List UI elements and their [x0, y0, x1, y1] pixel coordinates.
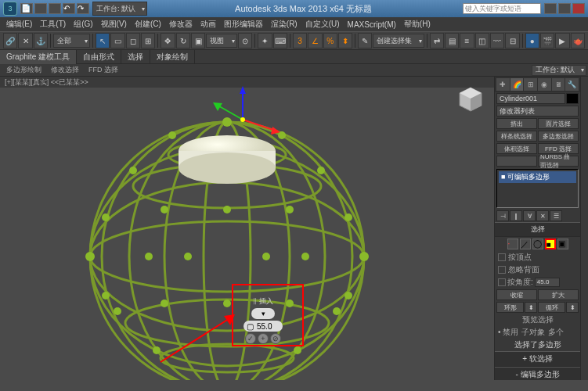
- menu-help[interactable]: 帮助(H): [401, 18, 434, 30]
- subrib-workspace[interactable]: 工作台: 默认: [532, 65, 586, 76]
- btn-extrude[interactable]: 挤出: [496, 118, 537, 129]
- btn-polysel[interactable]: 多边形选择: [538, 131, 579, 142]
- menu-grapheditors[interactable]: 图形编辑器: [221, 18, 266, 30]
- tb-window-icon[interactable]: ⊞: [141, 33, 155, 48]
- btn-splinesel[interactable]: 样条线选择: [496, 131, 537, 142]
- tb-matedit-icon[interactable]: ●: [525, 33, 539, 48]
- tb-renderframe-icon[interactable]: ▶: [555, 33, 569, 48]
- tb-ribbon-icon[interactable]: ◫: [475, 33, 489, 48]
- ribbon-tab-paint[interactable]: 对象绘制: [150, 50, 195, 64]
- stack-item-editpoly[interactable]: ■ 可编辑多边形: [499, 171, 576, 183]
- help-search-input[interactable]: 键入关键字或短语: [463, 3, 541, 14]
- chk-byvertex[interactable]: [498, 253, 506, 261]
- caddy-mode-field[interactable]: ▾: [251, 308, 275, 319]
- tb-align-icon[interactable]: ▤: [445, 33, 459, 48]
- tb-open-icon[interactable]: [34, 3, 47, 14]
- minimize-icon[interactable]: [544, 3, 557, 14]
- menu-modifiers[interactable]: 修改器: [166, 18, 196, 30]
- cmdtab-utilities-icon[interactable]: 🔧: [565, 78, 579, 91]
- modifier-list-combo[interactable]: 修改器列表: [496, 106, 579, 117]
- tb-schematic-icon[interactable]: ⊟: [505, 33, 519, 48]
- tb-selectlink-icon[interactable]: 🔗: [3, 33, 17, 48]
- cmdtab-display-icon[interactable]: 🖥: [552, 78, 565, 91]
- btn-nurbssel[interactable]: NURBS 曲面选择: [538, 156, 579, 167]
- menu-maxscript[interactable]: MAXScript(M): [345, 20, 399, 30]
- caddy-cancel-icon[interactable]: ⊘: [270, 333, 281, 344]
- tb-anglesnap-icon[interactable]: ∠: [308, 33, 322, 48]
- filter-combo[interactable]: 全部: [53, 34, 90, 48]
- stack-pin-icon[interactable]: ⊣: [496, 210, 509, 221]
- menu-animation[interactable]: 动画: [197, 18, 219, 30]
- tb-rendersetup-icon[interactable]: 🎬: [540, 33, 554, 48]
- tb-save-icon[interactable]: [49, 3, 61, 14]
- ribbon-tab-freeform[interactable]: 自由形式: [77, 50, 121, 64]
- viewport[interactable]: [+][某某][真实] <<已某某>>: [0, 77, 494, 380]
- tb-bind-icon[interactable]: ⚓: [34, 33, 48, 48]
- menu-edit[interactable]: 编辑(E): [3, 18, 35, 30]
- tb-pivot-icon[interactable]: ⊙: [238, 33, 252, 48]
- btn-shrink[interactable]: 收缩: [496, 289, 537, 300]
- menu-create[interactable]: 创建(C): [132, 18, 164, 30]
- ribbon-tab-graphite[interactable]: Graphite 建模工具: [0, 50, 77, 64]
- ribbon-tab-selection[interactable]: 选择: [121, 50, 150, 64]
- tb-layers-icon[interactable]: ≡: [460, 33, 474, 48]
- tb-undo-icon[interactable]: ↶: [63, 3, 75, 14]
- close-icon[interactable]: [572, 3, 585, 14]
- chk-backface[interactable]: [498, 266, 506, 274]
- ring-spin[interactable]: ⬍: [525, 302, 537, 313]
- radio-off[interactable]: • 禁用: [498, 327, 518, 338]
- btn-loop[interactable]: 循环: [538, 302, 565, 313]
- rollout-editpoly[interactable]: - 编辑多边形: [495, 367, 580, 380]
- tb-spinnersnap-icon[interactable]: ⬍: [338, 33, 352, 48]
- caddy-ok-icon[interactable]: ✓: [245, 333, 256, 344]
- panel-scrollbar[interactable]: [580, 77, 588, 380]
- subobj-vertex-icon[interactable]: ·: [507, 239, 518, 249]
- refcoord-combo[interactable]: 视图: [206, 34, 237, 48]
- tb-new-icon[interactable]: 📄: [20, 3, 33, 14]
- stack-config-icon[interactable]: ☰: [550, 210, 562, 221]
- tb-scale-icon[interactable]: ▣: [191, 33, 205, 48]
- cmdtab-motion-icon[interactable]: ◉: [538, 78, 551, 91]
- subrib-modsel[interactable]: 修改选择: [46, 64, 84, 76]
- menu-views[interactable]: 视图(V): [98, 18, 130, 30]
- cmdtab-create-icon[interactable]: ✚: [496, 78, 510, 91]
- menu-group[interactable]: 组(G): [70, 18, 96, 30]
- rollout-softsel[interactable]: + 软选择: [495, 351, 580, 367]
- rollout-selection[interactable]: 选择: [495, 222, 580, 237]
- tb-curve-icon[interactable]: 〰: [490, 33, 504, 48]
- chk-byangle[interactable]: [498, 278, 506, 286]
- app-logo[interactable]: 3: [3, 2, 17, 16]
- menu-customize[interactable]: 自定义(U): [302, 18, 343, 30]
- subrib-ffd[interactable]: FFD 选择: [84, 64, 123, 76]
- subobj-border-icon[interactable]: ◯: [532, 239, 543, 249]
- tb-pctsnap-icon[interactable]: %: [323, 33, 337, 48]
- stack-unique-icon[interactable]: ∀: [523, 210, 536, 221]
- tb-selectrect-icon[interactable]: ◻: [126, 33, 140, 48]
- stack-remove-icon[interactable]: ✕: [536, 210, 549, 221]
- tb-keymode-icon[interactable]: ⌨: [273, 33, 287, 48]
- btn-volsel[interactable]: 体积选择: [496, 143, 537, 154]
- maximize-icon[interactable]: [558, 3, 571, 14]
- menu-rendering[interactable]: 渲染(R): [268, 18, 301, 30]
- namedsel-combo[interactable]: 创建选择集: [373, 34, 424, 48]
- tb-redo-icon[interactable]: ↷: [77, 3, 89, 14]
- modifier-stack[interactable]: ■ 可编辑多边形: [496, 169, 579, 208]
- btn-empty[interactable]: [496, 156, 537, 167]
- caddy-amount-field[interactable]: ▢55.0: [243, 321, 283, 332]
- subobj-edge-icon[interactable]: ／: [520, 239, 531, 249]
- viewcube[interactable]: [455, 84, 486, 116]
- tb-snap-icon[interactable]: 3: [293, 33, 307, 48]
- loop-spin[interactable]: ⬍: [566, 302, 579, 313]
- tb-move-icon[interactable]: ✥: [161, 33, 175, 48]
- tb-namesel-icon[interactable]: ✎: [358, 33, 372, 48]
- stack-show-icon[interactable]: ‖: [510, 210, 522, 221]
- btn-grow[interactable]: 扩大: [538, 289, 579, 300]
- subobj-polygon-icon[interactable]: ■: [545, 239, 556, 249]
- radio-multi[interactable]: 多个: [548, 327, 564, 338]
- tb-mirror-icon[interactable]: ⇄: [430, 33, 444, 48]
- tb-manip-icon[interactable]: ✦: [258, 33, 272, 48]
- btn-patchsel[interactable]: 面片选择: [538, 118, 579, 129]
- radio-subobj[interactable]: 子对象: [521, 327, 545, 338]
- angle-spinner[interactable]: 45.0: [535, 278, 560, 287]
- tb-selectname-icon[interactable]: ▭: [110, 33, 124, 48]
